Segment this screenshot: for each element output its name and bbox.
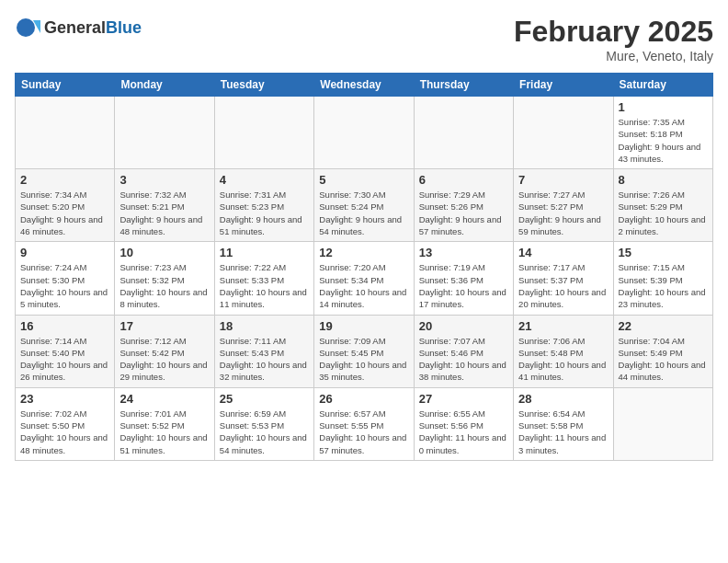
- weekday-header-thursday: Thursday: [414, 74, 513, 97]
- day-info: Sunrise: 7:31 AM Sunset: 5:23 PM Dayligh…: [220, 189, 309, 237]
- day-number: 4: [220, 173, 309, 187]
- weekday-header-monday: Monday: [115, 74, 214, 97]
- calendar-cell: 28Sunrise: 6:54 AM Sunset: 5:58 PM Dayli…: [514, 387, 613, 460]
- day-info: Sunrise: 6:59 AM Sunset: 5:53 PM Dayligh…: [220, 408, 309, 456]
- calendar-subtitle: Mure, Veneto, Italy: [514, 49, 713, 63]
- calendar-table: SundayMondayTuesdayWednesdayThursdayFrid…: [15, 73, 713, 461]
- day-info: Sunrise: 7:19 AM Sunset: 5:36 PM Dayligh…: [419, 261, 508, 310]
- day-info: Sunrise: 6:57 AM Sunset: 5:55 PM Dayligh…: [319, 408, 408, 456]
- day-info: Sunrise: 6:55 AM Sunset: 5:56 PM Dayligh…: [419, 408, 508, 456]
- day-number: 23: [20, 392, 109, 406]
- calendar-cell: 16Sunrise: 7:14 AM Sunset: 5:40 PM Dayli…: [16, 315, 115, 387]
- calendar-cell: 1Sunrise: 7:35 AM Sunset: 5:18 PM Daylig…: [613, 97, 712, 169]
- day-info: Sunrise: 7:27 AM Sunset: 5:27 PM Dayligh…: [518, 189, 608, 237]
- calendar-cell: 11Sunrise: 7:22 AM Sunset: 5:33 PM Dayli…: [214, 242, 313, 315]
- calendar-cell: [115, 97, 214, 169]
- day-number: 28: [518, 392, 608, 406]
- calendar-cell: 2Sunrise: 7:34 AM Sunset: 5:20 PM Daylig…: [16, 169, 115, 242]
- day-info: Sunrise: 7:30 AM Sunset: 5:24 PM Dayligh…: [319, 189, 408, 237]
- logo-blue: Blue: [106, 18, 142, 37]
- calendar-cell: [214, 97, 313, 169]
- day-info: Sunrise: 7:02 AM Sunset: 5:50 PM Dayligh…: [20, 408, 109, 456]
- day-number: 13: [419, 246, 508, 259]
- title-block: February 2025 Mure, Veneto, Italy: [514, 15, 713, 63]
- calendar-cell: 5Sunrise: 7:30 AM Sunset: 5:24 PM Daylig…: [314, 169, 414, 242]
- day-number: 27: [419, 392, 508, 406]
- calendar-cell: [613, 387, 712, 460]
- calendar-cell: [16, 97, 115, 169]
- week-row-1: 1Sunrise: 7:35 AM Sunset: 5:18 PM Daylig…: [16, 97, 713, 169]
- calendar-cell: 13Sunrise: 7:19 AM Sunset: 5:36 PM Dayli…: [414, 242, 513, 315]
- weekday-header-tuesday: Tuesday: [214, 74, 313, 97]
- week-row-4: 16Sunrise: 7:14 AM Sunset: 5:40 PM Dayli…: [16, 315, 713, 387]
- day-info: Sunrise: 7:20 AM Sunset: 5:34 PM Dayligh…: [319, 261, 408, 310]
- calendar-title: February 2025: [514, 15, 713, 49]
- day-info: Sunrise: 7:12 AM Sunset: 5:42 PM Dayligh…: [119, 335, 209, 384]
- day-info: Sunrise: 7:14 AM Sunset: 5:40 PM Dayligh…: [20, 335, 109, 384]
- calendar-cell: [414, 97, 513, 169]
- day-number: 21: [518, 319, 608, 333]
- day-info: Sunrise: 7:09 AM Sunset: 5:45 PM Dayligh…: [319, 335, 408, 384]
- week-row-3: 9Sunrise: 7:24 AM Sunset: 5:30 PM Daylig…: [16, 242, 713, 315]
- week-row-5: 23Sunrise: 7:02 AM Sunset: 5:50 PM Dayli…: [16, 387, 713, 460]
- calendar-cell: 22Sunrise: 7:04 AM Sunset: 5:49 PM Dayli…: [613, 315, 712, 387]
- day-info: Sunrise: 6:54 AM Sunset: 5:58 PM Dayligh…: [518, 408, 608, 456]
- day-info: Sunrise: 7:34 AM Sunset: 5:20 PM Dayligh…: [20, 189, 109, 237]
- day-info: Sunrise: 7:17 AM Sunset: 5:37 PM Dayligh…: [518, 261, 608, 310]
- day-info: Sunrise: 7:23 AM Sunset: 5:32 PM Dayligh…: [119, 261, 209, 310]
- day-info: Sunrise: 7:32 AM Sunset: 5:21 PM Dayligh…: [119, 189, 209, 237]
- day-info: Sunrise: 7:07 AM Sunset: 5:46 PM Dayligh…: [419, 335, 508, 384]
- calendar-cell: 26Sunrise: 6:57 AM Sunset: 5:55 PM Dayli…: [314, 387, 414, 460]
- calendar-cell: 10Sunrise: 7:23 AM Sunset: 5:32 PM Dayli…: [115, 242, 214, 315]
- day-number: 3: [119, 173, 209, 187]
- day-number: 25: [220, 392, 309, 406]
- calendar-cell: 12Sunrise: 7:20 AM Sunset: 5:34 PM Dayli…: [314, 242, 414, 315]
- day-info: Sunrise: 7:22 AM Sunset: 5:33 PM Dayligh…: [220, 261, 309, 310]
- day-info: Sunrise: 7:29 AM Sunset: 5:26 PM Dayligh…: [419, 189, 508, 237]
- day-number: 22: [619, 319, 708, 333]
- day-number: 16: [20, 319, 109, 333]
- day-number: 1: [619, 100, 708, 114]
- day-number: 15: [619, 246, 708, 259]
- day-number: 18: [220, 319, 309, 333]
- calendar-cell: 23Sunrise: 7:02 AM Sunset: 5:50 PM Dayli…: [16, 387, 115, 460]
- calendar-cell: 20Sunrise: 7:07 AM Sunset: 5:46 PM Dayli…: [414, 315, 513, 387]
- day-number: 17: [119, 319, 209, 333]
- day-number: 19: [319, 319, 408, 333]
- day-number: 12: [319, 246, 408, 259]
- calendar-cell: 14Sunrise: 7:17 AM Sunset: 5:37 PM Dayli…: [514, 242, 613, 315]
- day-number: 5: [319, 173, 408, 187]
- calendar-cell: 19Sunrise: 7:09 AM Sunset: 5:45 PM Dayli…: [314, 315, 414, 387]
- calendar-cell: 21Sunrise: 7:06 AM Sunset: 5:48 PM Dayli…: [514, 315, 613, 387]
- calendar-cell: 17Sunrise: 7:12 AM Sunset: 5:42 PM Dayli…: [115, 315, 214, 387]
- calendar-cell: 25Sunrise: 6:59 AM Sunset: 5:53 PM Dayli…: [214, 387, 313, 460]
- week-row-2: 2Sunrise: 7:34 AM Sunset: 5:20 PM Daylig…: [16, 169, 713, 242]
- day-number: 2: [20, 173, 109, 187]
- day-info: Sunrise: 7:35 AM Sunset: 5:18 PM Dayligh…: [619, 116, 708, 165]
- logo: GeneralBlue: [15, 15, 142, 40]
- calendar-cell: 6Sunrise: 7:29 AM Sunset: 5:26 PM Daylig…: [414, 169, 513, 242]
- calendar-cell: 24Sunrise: 7:01 AM Sunset: 5:52 PM Dayli…: [115, 387, 214, 460]
- day-info: Sunrise: 7:11 AM Sunset: 5:43 PM Dayligh…: [220, 335, 309, 384]
- day-info: Sunrise: 7:26 AM Sunset: 5:29 PM Dayligh…: [619, 189, 708, 237]
- page-header: GeneralBlue February 2025 Mure, Veneto, …: [15, 15, 713, 63]
- day-info: Sunrise: 7:04 AM Sunset: 5:49 PM Dayligh…: [619, 335, 708, 384]
- day-number: 11: [220, 246, 309, 259]
- calendar-cell: 4Sunrise: 7:31 AM Sunset: 5:23 PM Daylig…: [214, 169, 313, 242]
- calendar-cell: [514, 97, 613, 169]
- calendar-cell: 15Sunrise: 7:15 AM Sunset: 5:39 PM Dayli…: [613, 242, 712, 315]
- svg-point-0: [17, 18, 35, 37]
- day-number: 9: [20, 246, 109, 259]
- day-info: Sunrise: 7:15 AM Sunset: 5:39 PM Dayligh…: [619, 261, 708, 310]
- calendar-cell: 27Sunrise: 6:55 AM Sunset: 5:56 PM Dayli…: [414, 387, 513, 460]
- calendar-cell: 8Sunrise: 7:26 AM Sunset: 5:29 PM Daylig…: [613, 169, 712, 242]
- calendar-cell: 18Sunrise: 7:11 AM Sunset: 5:43 PM Dayli…: [214, 315, 313, 387]
- logo-general: General: [44, 18, 106, 37]
- day-number: 6: [419, 173, 508, 187]
- weekday-header-sunday: Sunday: [16, 74, 115, 97]
- day-number: 14: [518, 246, 608, 259]
- day-number: 26: [319, 392, 408, 406]
- weekday-header-wednesday: Wednesday: [314, 74, 414, 97]
- calendar-cell: 3Sunrise: 7:32 AM Sunset: 5:21 PM Daylig…: [115, 169, 214, 242]
- weekday-header-row: SundayMondayTuesdayWednesdayThursdayFrid…: [16, 74, 713, 97]
